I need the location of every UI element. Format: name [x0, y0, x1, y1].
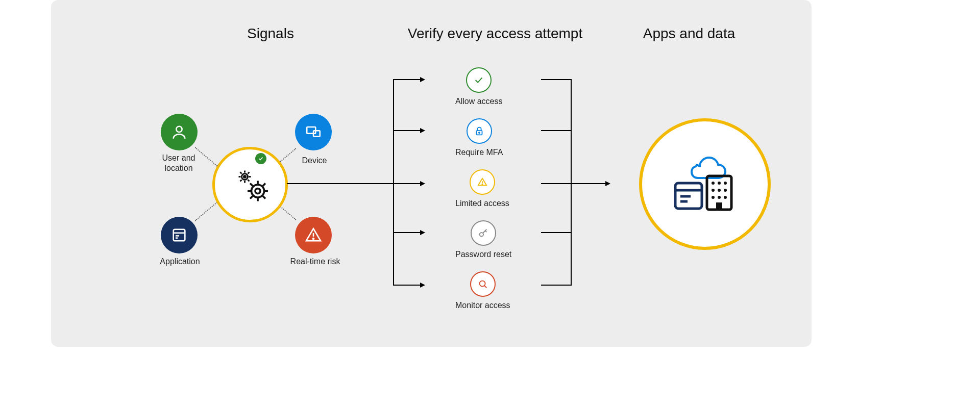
application-icon	[170, 226, 188, 244]
bracket-verify-left	[393, 79, 394, 286]
signal-user-location	[161, 114, 198, 150]
svg-point-50	[718, 196, 721, 199]
arrowhead-icon	[420, 77, 425, 82]
svg-point-30	[479, 132, 480, 133]
verify-allow-access: Allow access	[455, 67, 502, 106]
svg-rect-52	[716, 202, 722, 210]
svg-point-51	[724, 196, 727, 199]
connector-monitor-out	[541, 285, 572, 286]
search-icon	[477, 278, 488, 290]
svg-point-33	[480, 233, 483, 236]
user-icon	[170, 123, 188, 141]
svg-point-32	[482, 184, 483, 185]
apps-cloud-building-icon	[669, 154, 741, 215]
svg-point-8	[313, 238, 314, 239]
svg-point-0	[176, 126, 182, 132]
svg-line-28	[263, 184, 265, 186]
arrowhead-icon	[420, 283, 425, 288]
svg-point-10	[244, 176, 246, 178]
connector-hub-verify	[287, 183, 393, 184]
verify-require-mfa-label: Require MFA	[455, 148, 503, 157]
lock-icon	[474, 125, 485, 137]
apps-and-data	[639, 118, 771, 250]
arrowhead-icon	[420, 181, 425, 186]
svg-line-18	[248, 172, 250, 174]
arrow-to-password	[393, 232, 421, 233]
svg-point-36	[479, 281, 485, 287]
signal-risk	[295, 217, 332, 253]
svg-point-44	[718, 182, 721, 185]
header-verify: Verify every access attempt	[378, 26, 612, 42]
svg-point-49	[712, 196, 715, 199]
check-icon	[258, 156, 264, 162]
connector-password-out	[541, 232, 572, 233]
svg-line-26	[263, 196, 265, 199]
header-apps: Apps and data	[623, 26, 755, 42]
diagram-frame: Signals Verify every access attempt Apps…	[51, 0, 812, 347]
verify-allow-access-label: Allow access	[455, 97, 502, 106]
connector-allow-out	[541, 79, 572, 80]
arrow-to-limited	[393, 183, 421, 184]
connector-mfa-out	[541, 130, 572, 131]
policy-hub	[212, 147, 288, 222]
hub-check-badge	[255, 153, 266, 164]
svg-rect-3	[174, 230, 185, 241]
arrowhead-icon	[420, 230, 425, 235]
svg-point-20	[255, 189, 260, 194]
svg-line-25	[250, 184, 253, 186]
svg-line-16	[248, 180, 250, 182]
warning-icon	[477, 176, 488, 188]
signal-device-label: Device	[294, 156, 335, 166]
svg-point-45	[724, 182, 727, 185]
verify-limited-access-label: Limited access	[455, 199, 509, 208]
signal-application-label: Application	[153, 257, 207, 267]
svg-point-43	[712, 182, 715, 185]
svg-line-37	[484, 286, 486, 288]
arrowhead-icon	[420, 128, 425, 133]
svg-point-48	[724, 189, 727, 192]
signal-device	[295, 114, 332, 150]
verify-monitor-access: Monitor access	[455, 271, 510, 310]
signal-application	[161, 217, 198, 253]
signal-risk-label: Real-time risk	[286, 257, 345, 267]
gears-icon	[230, 164, 271, 205]
arrow-to-allow	[393, 79, 421, 80]
svg-line-17	[240, 180, 242, 182]
arrow-to-mfa	[393, 130, 421, 131]
key-icon	[478, 227, 489, 239]
verify-limited-access: Limited access	[455, 169, 509, 208]
verify-require-mfa: Require MFA	[455, 118, 503, 157]
svg-line-35	[485, 231, 487, 232]
header-signals: Signals	[219, 26, 322, 42]
svg-point-19	[252, 185, 264, 197]
signal-user-location-label: User and location	[151, 153, 207, 173]
verify-password-reset: Password reset	[455, 220, 511, 259]
svg-point-47	[718, 189, 721, 192]
connector-verify-apps	[571, 183, 606, 184]
bracket-verify-right	[571, 79, 572, 286]
check-icon	[473, 74, 484, 86]
arrow-to-monitor	[393, 285, 421, 286]
device-icon	[305, 123, 322, 141]
svg-point-46	[712, 189, 715, 192]
connector-limited-out	[541, 183, 572, 184]
verify-monitor-access-label: Monitor access	[455, 301, 510, 310]
verify-password-reset-label: Password reset	[455, 250, 511, 259]
svg-line-15	[240, 172, 242, 174]
warning-icon	[305, 226, 322, 244]
svg-line-27	[250, 196, 253, 199]
arrowhead-icon	[605, 181, 610, 186]
